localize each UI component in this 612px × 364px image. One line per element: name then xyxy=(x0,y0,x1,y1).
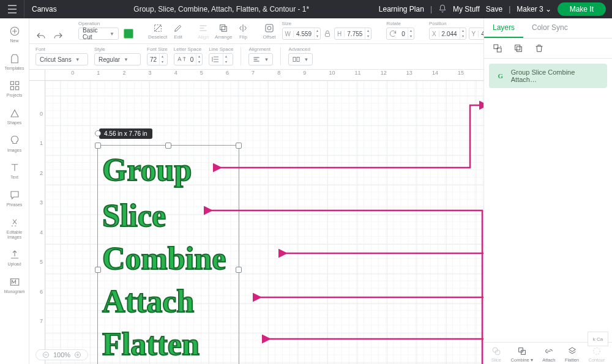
group-icon: G xyxy=(495,70,506,81)
make-it-button[interactable]: Make It xyxy=(558,2,606,16)
canvas-text-attach[interactable]: Attach xyxy=(102,286,194,318)
panel-op-flatten[interactable]: Flatten xyxy=(565,346,579,363)
layers-panel: Layers Color Sync G Group Slice Combine … xyxy=(483,18,612,364)
rail-shapes[interactable]: Shapes xyxy=(0,104,29,130)
svg-rect-22 xyxy=(518,348,523,352)
rotate-input[interactable]: 0▴▾ xyxy=(386,28,414,40)
letter-label: Letter Space xyxy=(174,46,203,52)
delete-icon[interactable] xyxy=(534,43,544,53)
canvas-text-flatten[interactable]: Flatten xyxy=(102,329,200,360)
canvas-area[interactable]: 0123456789101112131415 01234567891011 4.… xyxy=(29,70,483,364)
canvas-text-slice[interactable]: Slice xyxy=(102,200,166,232)
size-badge: 4.56 in x 7.76 in xyxy=(99,128,152,139)
menu-button[interactable] xyxy=(0,0,24,18)
fontsize-input[interactable]: 72▴▾ xyxy=(147,53,168,65)
duplicate-icon[interactable] xyxy=(513,43,523,53)
rail-images[interactable]: Images xyxy=(0,132,29,158)
rail-text[interactable]: Text xyxy=(0,158,29,185)
svg-rect-8 xyxy=(222,26,226,31)
size-label: Size xyxy=(282,21,372,26)
rail-upload[interactable]: Upload xyxy=(0,245,29,272)
advanced-label: Advanced xyxy=(288,46,313,52)
size-h-input[interactable]: H7.755▴▾ xyxy=(334,28,371,40)
app-name: Canvas xyxy=(24,5,64,13)
handle-r[interactable] xyxy=(236,267,242,273)
size-w-input[interactable]: W4.559▴▾ xyxy=(282,28,321,40)
ruler-horizontal: 0123456789101112131415 xyxy=(45,70,483,81)
panel-op-combine[interactable]: Combine ▾ xyxy=(511,346,533,363)
advanced-select[interactable]: ▼ xyxy=(288,53,313,65)
zoom-control[interactable]: 100% xyxy=(35,349,88,360)
ruler-vertical: 01234567891011 xyxy=(29,81,45,364)
tab-color-sync[interactable]: Color Sync xyxy=(523,18,577,38)
notifications-icon[interactable] xyxy=(438,4,447,15)
panel-op-attach[interactable]: Attach xyxy=(542,346,555,363)
svg-point-24 xyxy=(594,348,600,355)
machine-selector[interactable]: Maker 3⌄ xyxy=(517,5,551,13)
fontsize-label: Font Size xyxy=(147,46,168,52)
learning-plan-link[interactable]: Learning Plan xyxy=(379,5,424,13)
redo-button[interactable] xyxy=(53,31,64,40)
svg-rect-2 xyxy=(15,82,18,85)
svg-rect-10 xyxy=(267,26,271,29)
rail-phrases[interactable]: Phrases xyxy=(0,186,29,212)
group-layers-icon[interactable] xyxy=(493,43,502,53)
layer-item[interactable]: G Group Slice Combine Attach… xyxy=(489,64,607,88)
align-button[interactable]: Align xyxy=(198,23,209,40)
svg-rect-9 xyxy=(266,24,273,32)
svg-rect-12 xyxy=(293,57,296,61)
svg-rect-18 xyxy=(515,45,520,50)
edit-toolbar: Operation Basic Cut▼ Deselect Edit Align… xyxy=(29,18,483,70)
blank-canvas-chip[interactable]: k Ca xyxy=(588,332,608,346)
alignment-select[interactable]: ▼ xyxy=(248,53,273,65)
save-button[interactable]: Save xyxy=(486,5,502,13)
line-label: Line Space xyxy=(209,46,233,52)
rotate-label: Rotate xyxy=(386,21,414,26)
font-label: Font xyxy=(35,46,88,52)
rotate-handle[interactable] xyxy=(95,130,101,136)
style-select[interactable]: Regular▼ xyxy=(94,53,141,65)
svg-rect-23 xyxy=(521,351,525,355)
svg-rect-1 xyxy=(10,82,13,85)
rail-editable-images[interactable]: Editable Images xyxy=(0,214,29,244)
handle-tl[interactable] xyxy=(95,143,101,149)
deselect-button[interactable]: Deselect xyxy=(148,23,167,40)
undo-button[interactable] xyxy=(35,31,47,40)
rail-templates[interactable]: Templates xyxy=(0,50,29,76)
style-label: Style xyxy=(94,46,141,52)
font-select[interactable]: Cricut Sans▼ xyxy=(35,53,88,65)
tab-layers[interactable]: Layers xyxy=(484,18,523,38)
handle-l[interactable] xyxy=(95,267,101,273)
edit-button[interactable]: Edit xyxy=(173,23,183,40)
handle-tr[interactable] xyxy=(236,143,242,149)
rail-monogram[interactable]: Monogram xyxy=(0,273,29,299)
handle-t[interactable] xyxy=(165,143,171,149)
svg-rect-4 xyxy=(15,87,18,90)
line-input[interactable]: ▴▾ xyxy=(209,53,233,65)
panel-op-contour: Contour xyxy=(589,346,605,363)
letter-input[interactable]: 0▴▾ xyxy=(174,53,203,65)
svg-rect-7 xyxy=(220,25,225,30)
offset-button[interactable]: Offset xyxy=(263,23,275,40)
rail-projects[interactable]: Projects xyxy=(0,76,29,103)
canvas-text-combine[interactable]: Combine xyxy=(102,243,226,275)
panel-op-slice: Slice xyxy=(491,346,501,363)
lock-aspect-icon[interactable] xyxy=(323,29,332,38)
svg-rect-3 xyxy=(10,87,13,90)
color-swatch[interactable] xyxy=(124,29,133,39)
pos-x-input[interactable]: X2.044▴▾ xyxy=(429,28,466,40)
my-stuff-link[interactable]: My Stuff xyxy=(453,5,480,13)
project-title: Group, Slice, Combine, Attach, Flatten, … xyxy=(64,5,379,13)
operation-select[interactable]: Basic Cut▼ xyxy=(78,28,119,40)
svg-rect-13 xyxy=(297,57,299,61)
operation-label: Operation xyxy=(78,21,133,26)
svg-rect-19 xyxy=(517,46,521,51)
top-bar: Canvas Group, Slice, Combine, Attach, Fl… xyxy=(0,0,612,18)
layer-label: Group Slice Combine Attach… xyxy=(511,69,601,83)
svg-rect-11 xyxy=(326,33,330,36)
rail-new[interactable]: New xyxy=(0,22,29,48)
alignment-label: Alignment xyxy=(248,46,273,52)
arrange-button[interactable]: Arrange xyxy=(215,23,232,40)
canvas-text-group[interactable]: Group xyxy=(102,154,192,186)
flip-button[interactable]: Flip xyxy=(238,23,248,40)
